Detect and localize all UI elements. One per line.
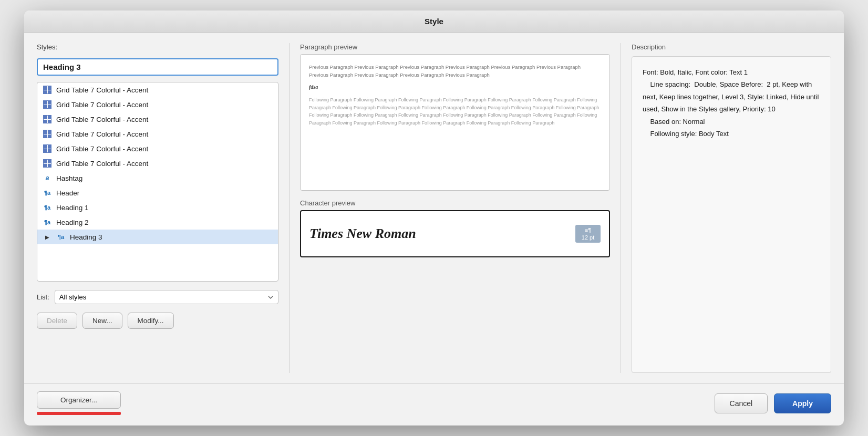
style-item-label: Grid Table 7 Colorful - Accent bbox=[56, 101, 148, 109]
list-item[interactable]: Grid Table 7 Colorful - Accent bbox=[37, 112, 278, 127]
style-item-label: Heading 1 bbox=[56, 204, 89, 212]
badge-pt-label: 12 pt bbox=[582, 234, 594, 241]
list-label: List: bbox=[37, 293, 49, 301]
character-preview-box: Times New Roman ≡¶ 12 pt bbox=[300, 210, 610, 257]
organizer-button[interactable]: Organizer... bbox=[37, 391, 121, 409]
paragraph-style-icon: ¶a bbox=[43, 203, 52, 212]
style-item-label: Grid Table 7 Colorful - Accent bbox=[56, 130, 148, 138]
style-item-label: Heading 3 bbox=[70, 233, 102, 241]
description-box: Font: Bold, Italic, Font color: Text 1 L… bbox=[632, 56, 831, 373]
bottom-left: Organizer... bbox=[37, 391, 121, 415]
list-item[interactable]: ¶a Header bbox=[37, 185, 278, 200]
paragraph-style-icon: ¶a bbox=[43, 188, 52, 198]
style-item-label: Hashtag bbox=[56, 174, 82, 182]
list-item[interactable]: Grid Table 7 Colorful - Accent bbox=[37, 97, 278, 112]
grid-table-icon bbox=[43, 115, 52, 124]
paragraph-preview-box: Previous Paragraph Previous Paragraph Pr… bbox=[300, 54, 610, 191]
paragraph-style-icon: ¶a bbox=[56, 232, 66, 242]
vertical-divider bbox=[289, 43, 290, 373]
style-item-label: Grid Table 7 Colorful - Accent bbox=[56, 116, 148, 123]
delete-button[interactable]: Delete bbox=[37, 313, 77, 329]
left-panel: Styles: Grid Table 7 Colorful - Accent G… bbox=[37, 43, 278, 373]
list-item-heading3[interactable]: ▶ ¶a Heading 3 bbox=[37, 230, 278, 244]
list-item[interactable]: a Hashtag bbox=[37, 171, 278, 185]
grid-table-icon bbox=[43, 85, 52, 95]
bottom-bar: Organizer... Cancel Apply bbox=[24, 383, 844, 425]
font-size-badge: ≡¶ 12 pt bbox=[575, 225, 601, 243]
list-controls: List: All styles Recommended In use In c… bbox=[37, 290, 278, 304]
grid-table-icon bbox=[43, 159, 52, 168]
style-dialog: Style Styles: Grid Table 7 Colorful - Ac… bbox=[24, 11, 844, 425]
styles-list[interactable]: Grid Table 7 Colorful - Accent Grid Tabl… bbox=[37, 82, 278, 282]
apply-button[interactable]: Apply bbox=[774, 393, 831, 413]
middle-panel: Paragraph preview Previous Paragraph Pre… bbox=[300, 43, 610, 373]
modify-button[interactable]: Modify... bbox=[128, 313, 174, 329]
list-item[interactable]: Grid Table 7 Colorful - Accent bbox=[37, 141, 278, 156]
list-item[interactable]: ¶a Heading 1 bbox=[37, 200, 278, 215]
list-item[interactable]: Grid Table 7 Colorful - Accent bbox=[37, 82, 278, 97]
style-action-buttons: Delete New... Modify... bbox=[37, 313, 278, 329]
following-paragraph-text: Following Paragraph Following Paragraph … bbox=[309, 96, 601, 127]
paragraph-preview-label: Paragraph preview bbox=[300, 43, 610, 51]
previous-paragraph-text: Previous Paragraph Previous Paragraph Pr… bbox=[309, 63, 601, 79]
list-item[interactable]: Grid Table 7 Colorful - Accent bbox=[37, 127, 278, 141]
character-preview-label: Character preview bbox=[300, 199, 610, 207]
dialog-body: Styles: Grid Table 7 Colorful - Accent G… bbox=[24, 33, 844, 383]
style-name-input[interactable] bbox=[37, 58, 278, 76]
right-panel: Description Font: Bold, Italic, Font col… bbox=[632, 43, 831, 373]
grid-table-icon bbox=[43, 100, 52, 109]
description-label: Description bbox=[632, 43, 831, 51]
vertical-divider-2 bbox=[621, 43, 621, 373]
dialog-title: Style bbox=[425, 17, 443, 26]
cancel-button[interactable]: Cancel bbox=[715, 393, 768, 413]
styles-label: Styles: bbox=[37, 43, 278, 51]
style-item-label: Header bbox=[56, 189, 79, 197]
style-item-label: Grid Table 7 Colorful - Accent bbox=[56, 86, 148, 94]
style-item-label: Grid Table 7 Colorful - Accent bbox=[56, 145, 148, 153]
main-preview-text: fdsa bbox=[309, 83, 601, 91]
title-bar: Style bbox=[24, 11, 844, 33]
list-item[interactable]: ¶a Heading 2 bbox=[37, 215, 278, 230]
badge-lines-icon: ≡¶ bbox=[585, 227, 591, 233]
list-select[interactable]: All styles Recommended In use In current… bbox=[55, 290, 278, 304]
style-item-label: Grid Table 7 Colorful - Accent bbox=[56, 160, 148, 168]
red-progress-bar bbox=[37, 412, 121, 415]
style-item-label: Heading 2 bbox=[56, 219, 89, 226]
paragraph-style-icon: ¶a bbox=[43, 217, 52, 227]
grid-table-icon bbox=[43, 129, 52, 139]
list-item[interactable]: Grid Table 7 Colorful - Accent bbox=[37, 156, 278, 171]
character-preview-text: Times New Roman bbox=[309, 226, 416, 242]
character-style-icon: a bbox=[43, 173, 52, 183]
selected-arrow-icon: ▶ bbox=[43, 232, 52, 242]
grid-table-icon bbox=[43, 144, 52, 153]
new-button[interactable]: New... bbox=[82, 313, 122, 329]
bottom-right: Cancel Apply bbox=[715, 393, 831, 413]
description-text: Font: Bold, Italic, Font color: Text 1 L… bbox=[643, 68, 819, 138]
